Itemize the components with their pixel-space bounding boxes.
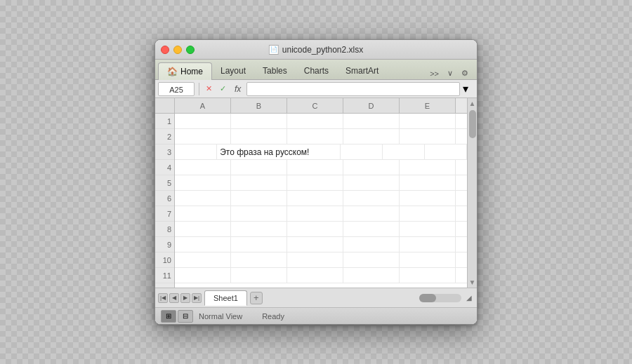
scrollbar-thumb[interactable] <box>469 110 476 138</box>
cell-c2[interactable] <box>287 129 343 144</box>
cell-b2[interactable] <box>231 129 287 144</box>
cell-a8[interactable] <box>175 222 231 237</box>
cell-b10[interactable] <box>231 252 287 268</box>
table-row <box>175 160 467 175</box>
cell-a9[interactable] <box>175 237 231 252</box>
cell-d4[interactable] <box>343 160 400 175</box>
cell-a11[interactable] <box>175 268 231 283</box>
cell-e8[interactable] <box>400 222 456 237</box>
close-button[interactable] <box>161 46 169 54</box>
window-controls[interactable] <box>161 46 195 54</box>
sheet-scrollbar[interactable] <box>419 294 461 302</box>
cell-a5[interactable] <box>175 175 231 191</box>
ribbon-more-button[interactable]: >> <box>427 68 442 79</box>
sheet-nav-last[interactable]: ▶| <box>192 293 202 303</box>
title-bar: 📄 unicode_python2.xlsx <box>155 40 477 60</box>
add-sheet-button[interactable]: + <box>250 292 263 304</box>
table-row <box>175 114 467 129</box>
cell-e5[interactable] <box>400 175 456 191</box>
cell-d5[interactable] <box>343 175 400 191</box>
cell-e3[interactable] <box>425 144 467 160</box>
home-icon: 🏠 <box>167 67 178 76</box>
formula-confirm-button[interactable]: ✓ <box>216 83 229 95</box>
formula-cancel-button[interactable]: ✕ <box>202 83 215 95</box>
cell-a3[interactable] <box>175 144 217 160</box>
cell-c11[interactable] <box>287 268 343 283</box>
tab-tables[interactable]: Tables <box>254 62 296 79</box>
cell-e11[interactable] <box>400 268 456 283</box>
row-header-4: 4 <box>155 160 174 175</box>
window-title: unicode_python2.xlsx <box>282 45 363 55</box>
cell-d8[interactable] <box>343 222 400 237</box>
cell-e9[interactable] <box>400 237 456 252</box>
formula-input[interactable] <box>246 82 460 96</box>
cell-e6[interactable] <box>400 191 456 206</box>
sheet-nav-first[interactable]: |◀ <box>158 293 168 303</box>
tab-charts[interactable]: Charts <box>296 62 337 79</box>
cell-d6[interactable] <box>343 191 400 206</box>
cell-c3[interactable] <box>341 144 383 160</box>
normal-view-button[interactable]: ⊞ <box>161 310 176 323</box>
cell-a6[interactable] <box>175 191 231 206</box>
cell-a1[interactable] <box>175 114 231 129</box>
row-headers: 1 2 3 4 5 6 7 8 9 10 11 <box>155 98 175 288</box>
cell-d3[interactable] <box>383 144 425 160</box>
status-ready-label: Ready <box>262 312 284 321</box>
sheet-scroll-thumb[interactable] <box>419 294 436 302</box>
cell-e1[interactable] <box>400 114 456 129</box>
spreadsheet: 1 2 3 4 5 6 7 8 9 10 11 A B C D E <box>155 98 477 288</box>
cell-e10[interactable] <box>400 252 456 268</box>
cell-b9[interactable] <box>231 237 287 252</box>
table-row <box>175 237 467 252</box>
cell-e7[interactable] <box>400 206 456 222</box>
minimize-button[interactable] <box>173 46 182 54</box>
tab-layout[interactable]: Layout <box>212 62 254 79</box>
formula-bar: A25 ✕ ✓ fx ▾ <box>155 80 477 98</box>
cell-d7[interactable] <box>343 206 400 222</box>
cell-c8[interactable] <box>287 222 343 237</box>
cell-reference[interactable]: A25 <box>158 82 195 96</box>
cell-b1[interactable] <box>231 114 287 129</box>
view-buttons: ⊞ ⊟ <box>161 310 193 323</box>
resize-handle[interactable]: ◢ <box>464 293 474 303</box>
cell-b7[interactable] <box>231 206 287 222</box>
cell-b5[interactable] <box>231 175 287 191</box>
page-view-button[interactable]: ⊟ <box>178 310 193 323</box>
cell-d11[interactable] <box>343 268 400 283</box>
tab-home[interactable]: 🏠 Home <box>158 62 212 80</box>
row-header-11: 11 <box>155 268 174 283</box>
cell-c10[interactable] <box>287 252 343 268</box>
row-header-5: 5 <box>155 175 174 191</box>
cell-d9[interactable] <box>343 237 400 252</box>
cell-a2[interactable] <box>175 129 231 144</box>
cell-c6[interactable] <box>287 191 343 206</box>
cell-a7[interactable] <box>175 206 231 222</box>
tab-smartart[interactable]: SmartArt <box>337 62 387 79</box>
cell-e4[interactable] <box>400 160 456 175</box>
cell-c9[interactable] <box>287 237 343 252</box>
cell-c5[interactable] <box>287 175 343 191</box>
cell-c7[interactable] <box>287 206 343 222</box>
sheet-tab-1[interactable]: Sheet1 <box>204 290 247 306</box>
cell-b4[interactable] <box>231 160 287 175</box>
maximize-button[interactable] <box>186 46 195 54</box>
cell-b6[interactable] <box>231 191 287 206</box>
cell-a10[interactable] <box>175 252 231 268</box>
cell-c4[interactable] <box>287 160 343 175</box>
vertical-scrollbar[interactable]: ▲ ▼ <box>467 98 477 288</box>
cell-b11[interactable] <box>231 268 287 283</box>
cell-d2[interactable] <box>343 129 400 144</box>
ribbon-collapse-button[interactable]: ∨ <box>445 67 456 79</box>
row-header-2: 2 <box>155 129 174 144</box>
cell-c1[interactable] <box>287 114 343 129</box>
col-header-e: E <box>400 98 456 113</box>
ribbon-settings-button[interactable]: ⚙ <box>459 67 471 79</box>
cell-b8[interactable] <box>231 222 287 237</box>
cell-d10[interactable] <box>343 252 400 268</box>
cell-d1[interactable] <box>343 114 400 129</box>
cell-e2[interactable] <box>400 129 456 144</box>
sheet-nav-next[interactable]: ▶ <box>180 293 190 303</box>
sheet-nav-prev[interactable]: ◀ <box>169 293 179 303</box>
cell-a4[interactable] <box>175 160 231 175</box>
cell-b3[interactable]: Это фраза на русском! <box>217 144 340 160</box>
